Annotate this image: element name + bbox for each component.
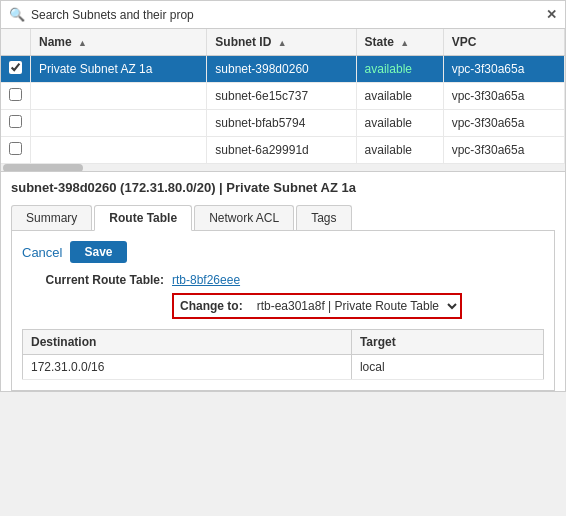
row-checkbox[interactable] <box>1 110 31 137</box>
tab-content-route-table: Cancel Save Current Route Table: rtb-8bf… <box>11 231 555 391</box>
search-bar: 🔍 ✕ <box>1 1 565 29</box>
change-to-box: Change to: rtb-ea301a8f | Private Route … <box>172 293 462 319</box>
row-subnet-id: subnet-398d0260 <box>207 56 356 83</box>
row-state: available <box>356 56 443 83</box>
row-checkbox[interactable] <box>1 83 31 110</box>
search-input[interactable] <box>31 8 540 22</box>
detail-panel: subnet-398d0260 (172.31.80.0/20) | Priva… <box>1 172 565 391</box>
scroll-thumb[interactable] <box>3 164 83 172</box>
row-subnet-id: subnet-6a29991d <box>207 137 356 164</box>
col-subnet-id[interactable]: Subnet ID ▲ <box>207 29 356 56</box>
horizontal-scrollbar[interactable] <box>1 164 565 172</box>
row-vpc: vpc-3f30a65a <box>443 110 564 137</box>
col-target: Target <box>351 330 543 355</box>
row-state: available <box>356 83 443 110</box>
row-state: available <box>356 137 443 164</box>
change-to-label-text <box>22 299 172 313</box>
change-to-label: Change to: <box>174 296 249 316</box>
row-vpc: vpc-3f30a65a <box>443 56 564 83</box>
current-route-value[interactable]: rtb-8bf26eee <box>172 273 240 287</box>
row-name <box>31 137 207 164</box>
col-destination: Destination <box>23 330 352 355</box>
row-name <box>31 83 207 110</box>
change-to-row: Change to: rtb-ea301a8f | Private Route … <box>22 293 544 319</box>
row-subnet-id: subnet-6e15c737 <box>207 83 356 110</box>
dest-destination: 172.31.0.0/16 <box>23 355 352 380</box>
row-name <box>31 110 207 137</box>
col-state[interactable]: State ▲ <box>356 29 443 56</box>
table-row[interactable]: subnet-bfab5794availablevpc-3f30a65a <box>1 110 565 137</box>
route-form: Current Route Table: rtb-8bf26eee Change… <box>22 273 544 319</box>
save-button[interactable]: Save <box>70 241 126 263</box>
dest-table-row: 172.31.0.0/16local <box>23 355 544 380</box>
dest-target: local <box>351 355 543 380</box>
destination-table: Destination Target 172.31.0.0/16local <box>22 329 544 380</box>
sort-arrow-state: ▲ <box>400 38 409 48</box>
col-name[interactable]: Name ▲ <box>31 29 207 56</box>
current-route-row: Current Route Table: rtb-8bf26eee <box>22 273 544 287</box>
sort-arrow-subnetid: ▲ <box>278 38 287 48</box>
search-clear-icon[interactable]: ✕ <box>546 7 557 22</box>
change-to-select[interactable]: rtb-ea301a8f | Private Route Table <box>249 295 460 317</box>
sort-arrow-name: ▲ <box>78 38 87 48</box>
row-vpc: vpc-3f30a65a <box>443 83 564 110</box>
subnet-table: Name ▲ Subnet ID ▲ State ▲ VPC Private S… <box>1 29 565 164</box>
col-vpc: VPC <box>443 29 564 56</box>
tab-tags[interactable]: Tags <box>296 205 351 230</box>
action-buttons: Cancel Save <box>22 241 544 263</box>
search-icon: 🔍 <box>9 7 25 22</box>
row-subnet-id: subnet-bfab5794 <box>207 110 356 137</box>
tab-route-table[interactable]: Route Table <box>94 205 192 231</box>
table-row[interactable]: Private Subnet AZ 1asubnet-398d0260avail… <box>1 56 565 83</box>
row-checkbox[interactable] <box>1 56 31 83</box>
tab-network-acl[interactable]: Network ACL <box>194 205 294 230</box>
row-checkbox[interactable] <box>1 137 31 164</box>
cancel-button[interactable]: Cancel <box>22 245 62 260</box>
tab-summary[interactable]: Summary <box>11 205 92 230</box>
table-row[interactable]: subnet-6a29991davailablevpc-3f30a65a <box>1 137 565 164</box>
col-checkbox <box>1 29 31 56</box>
table-row[interactable]: subnet-6e15c737availablevpc-3f30a65a <box>1 83 565 110</box>
row-vpc: vpc-3f30a65a <box>443 137 564 164</box>
current-route-label: Current Route Table: <box>22 273 172 287</box>
row-state: available <box>356 110 443 137</box>
tabs-bar: Summary Route Table Network ACL Tags <box>11 205 555 231</box>
row-name: Private Subnet AZ 1a <box>31 56 207 83</box>
detail-title: subnet-398d0260 (172.31.80.0/20) | Priva… <box>11 180 555 199</box>
main-container: 🔍 ✕ Name ▲ Subnet ID ▲ State ▲ <box>0 0 566 392</box>
